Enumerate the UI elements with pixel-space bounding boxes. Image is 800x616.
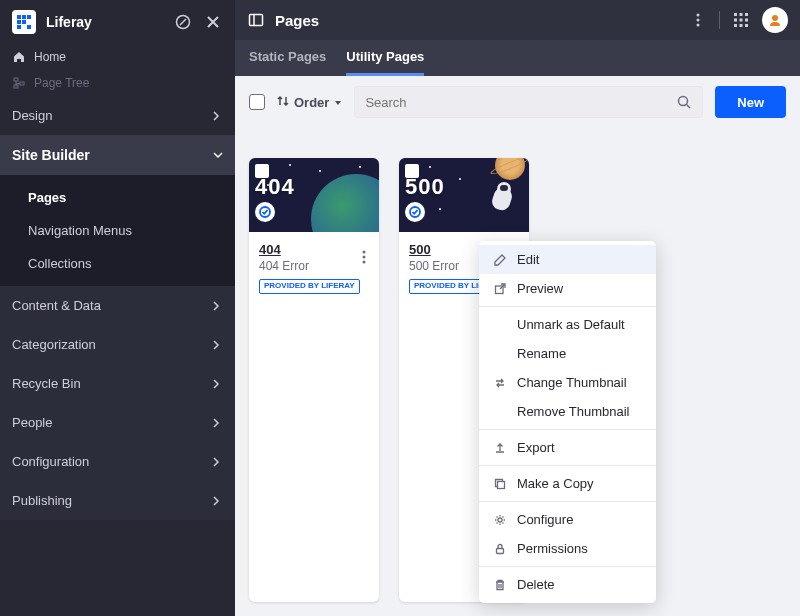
tab-static-pages[interactable]: Static Pages (249, 40, 326, 76)
sidebar-configuration[interactable]: Configuration (0, 442, 235, 481)
menu-edit[interactable]: Edit (479, 245, 656, 274)
order-button[interactable]: Order (277, 95, 342, 110)
svg-point-12 (697, 14, 700, 17)
menu-change-thumbnail[interactable]: Change Thumbnail (479, 368, 656, 397)
card-title[interactable]: 404 (259, 242, 369, 257)
menu-export[interactable]: Export (479, 433, 656, 462)
svg-point-14 (697, 24, 700, 27)
search-input-wrap (354, 86, 703, 118)
sidebar-design-label: Design (12, 108, 52, 123)
sidebar-site-builder[interactable]: Site Builder (0, 135, 235, 175)
svg-rect-9 (20, 82, 24, 85)
menu-configure[interactable]: Configure (479, 505, 656, 534)
page-title: Pages (275, 12, 677, 29)
swap-icon (493, 376, 507, 390)
new-button[interactable]: New (715, 86, 786, 118)
select-all-checkbox[interactable] (249, 94, 265, 110)
svg-rect-17 (745, 13, 748, 16)
menu-separator (479, 306, 656, 307)
brand-logo (12, 10, 36, 34)
svg-rect-37 (497, 548, 504, 553)
sidebar-home-label: Home (34, 50, 66, 64)
menu-separator (479, 566, 656, 567)
menu-make-copy[interactable]: Make a Copy (479, 469, 656, 498)
menu-permissions[interactable]: Permissions (479, 534, 656, 563)
svg-rect-23 (745, 24, 748, 27)
svg-rect-22 (740, 24, 743, 27)
svg-rect-3 (17, 20, 21, 24)
svg-rect-0 (17, 15, 21, 19)
card-body: 404 404 Error PROVIDED BY LIFERAY (249, 232, 379, 304)
svg-rect-21 (734, 24, 737, 27)
menu-rename[interactable]: Rename (479, 339, 656, 368)
svg-rect-19 (740, 19, 743, 22)
chevron-right-icon (209, 299, 223, 313)
svg-rect-11 (250, 15, 263, 26)
main: Pages Static Pages Utility Pages Order N… (235, 0, 800, 616)
trash-icon (493, 578, 507, 592)
sidebar-site-builder-sub: Pages Navigation Menus Collections (0, 175, 235, 286)
close-icon[interactable] (203, 12, 223, 32)
external-link-icon (493, 282, 507, 296)
card-menu-button[interactable] (354, 244, 374, 270)
svg-rect-16 (740, 13, 743, 16)
sidebar: Liferay Home Page Tree Design Site Build… (0, 0, 235, 616)
sidebar-page-tree[interactable]: Page Tree (0, 70, 235, 96)
sidebar-page-tree-label: Page Tree (34, 76, 89, 90)
sidebar-item-nav-menus[interactable]: Navigation Menus (0, 214, 235, 247)
sort-icon (277, 95, 289, 110)
chevron-right-icon (209, 416, 223, 430)
menu-separator (479, 429, 656, 430)
card-subtitle: 404 Error (259, 259, 369, 273)
menu-separator (479, 501, 656, 502)
sidebar-publishing[interactable]: Publishing (0, 481, 235, 520)
avatar[interactable] (762, 7, 788, 33)
sidebar-content-data[interactable]: Content & Data (0, 286, 235, 325)
sidebar-people[interactable]: People (0, 403, 235, 442)
menu-delete[interactable]: Delete (479, 570, 656, 599)
svg-rect-2 (27, 15, 31, 19)
svg-point-36 (498, 518, 502, 522)
chevron-down-icon (213, 147, 223, 163)
sidebar-item-collections[interactable]: Collections (0, 247, 235, 280)
card-checkbox[interactable] (405, 164, 419, 178)
apps-grid-icon[interactable] (730, 9, 752, 31)
svg-rect-5 (17, 25, 21, 29)
tabs: Static Pages Utility Pages (235, 40, 800, 76)
svg-point-25 (679, 97, 688, 106)
svg-rect-20 (745, 19, 748, 22)
sidebar-design[interactable]: Design (0, 96, 235, 135)
chevron-right-icon (209, 494, 223, 508)
card-checkbox[interactable] (255, 164, 269, 178)
card-404[interactable]: 404 404 404 Error PROVIDED BY LIFERAY (249, 158, 379, 602)
kebab-icon[interactable] (687, 9, 709, 31)
pencil-icon (493, 253, 507, 267)
chevron-right-icon (209, 455, 223, 469)
menu-preview[interactable]: Preview (479, 274, 656, 303)
sidebar-item-pages[interactable]: Pages (0, 181, 235, 214)
top-bar: Pages (235, 0, 800, 40)
search-icon[interactable] (676, 94, 692, 110)
menu-remove-thumbnail[interactable]: Remove Thumbnail (479, 397, 656, 426)
card-provider-badge: PROVIDED BY LIFERAY (259, 279, 360, 294)
upload-icon (493, 441, 507, 455)
sidebar-recycle-bin[interactable]: Recycle Bin (0, 364, 235, 403)
svg-rect-8 (14, 78, 18, 81)
content: 404 404 404 Error PROVIDED BY LIFERAY 50… (235, 128, 800, 616)
toolbar: Order New (235, 76, 800, 128)
home-icon (12, 50, 26, 64)
menu-unmark-default[interactable]: Unmark as Default (479, 310, 656, 339)
card-thumbnail: 500 (399, 158, 529, 232)
compass-icon[interactable] (173, 12, 193, 32)
separator (719, 11, 720, 29)
svg-rect-18 (734, 19, 737, 22)
svg-point-24 (772, 15, 778, 21)
sidebar-site-builder-label: Site Builder (12, 147, 90, 163)
sidebar-categorization[interactable]: Categorization (0, 325, 235, 364)
sidebar-home[interactable]: Home (0, 44, 235, 70)
panel-icon[interactable] (247, 11, 265, 29)
svg-point-28 (363, 256, 366, 259)
brand-name: Liferay (46, 14, 163, 30)
tab-utility-pages[interactable]: Utility Pages (346, 40, 424, 76)
search-input[interactable] (365, 95, 676, 110)
